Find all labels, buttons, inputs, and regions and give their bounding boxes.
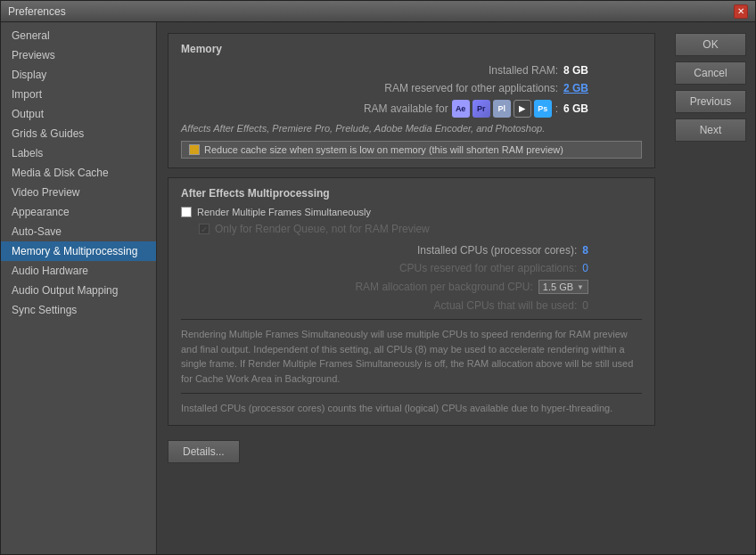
sidebar-item-previews[interactable]: Previews	[1, 45, 156, 65]
bottom-area: Details...	[168, 435, 655, 463]
available-ram-label: RAM available for	[364, 102, 448, 115]
reserved-ram-value[interactable]: 2 GB	[563, 82, 588, 94]
memory-panel-title: Memory	[181, 43, 642, 55]
sidebar-item-output[interactable]: Output	[1, 104, 156, 124]
info-text-2: Installed CPUs (processor cores) counts …	[181, 401, 642, 416]
actual-cpus-value: 0	[582, 299, 588, 312]
titlebar: Preferences ✕	[1, 1, 755, 22]
sidebar-item-audio-hardware[interactable]: Audio Hardware	[1, 261, 156, 281]
dropdown-arrow-icon: ▼	[577, 283, 584, 291]
reduce-cache-checkbox-row[interactable]: Reduce cache size when system is low on …	[181, 141, 642, 159]
installed-ram-row: Installed RAM: 8 GB	[181, 64, 642, 77]
sidebar-item-auto-save[interactable]: Auto-Save	[1, 222, 156, 241]
sidebar-item-media-disk-cache[interactable]: Media & Disk Cache	[1, 163, 156, 183]
cpus-reserved-value: 0	[582, 262, 588, 274]
ps-icon: Ps	[534, 100, 552, 118]
sidebar-item-audio-output-mapping[interactable]: Audio Output Mapping	[1, 281, 156, 300]
only-queue-checkbox[interactable]: ✓	[199, 224, 210, 234]
divider-1	[181, 319, 642, 320]
sidebar-item-labels[interactable]: Labels	[1, 143, 156, 163]
info-text-1: Rendering Multiple Frames Simultaneously…	[181, 327, 642, 386]
divider-2	[181, 393, 642, 394]
sidebar-item-memory-multiprocessing[interactable]: Memory & Multiprocessing	[1, 241, 156, 261]
only-queue-label: Only for Render Queue, not for RAM Previ…	[215, 223, 430, 235]
installed-ram-value: 8 GB	[563, 64, 588, 77]
render-multiple-checkbox[interactable]	[181, 207, 192, 217]
cpus-reserved-label: CPUs reserved for other applications:	[399, 262, 577, 274]
installed-cpus-row: Installed CPUs (processor cores): 8	[181, 244, 642, 257]
ok-button[interactable]: OK	[675, 33, 746, 56]
installed-cpus-label: Installed CPUs (processor cores):	[417, 244, 577, 257]
ram-allocation-select[interactable]: 1.5 GB ▼	[538, 280, 588, 294]
next-button[interactable]: Next	[675, 118, 746, 142]
pl-icon: Pl	[493, 100, 511, 118]
installed-ram-label: Installed RAM:	[489, 64, 558, 77]
sidebar-item-sync-settings[interactable]: Sync Settings	[1, 300, 156, 320]
details-button[interactable]: Details...	[168, 440, 240, 463]
reserved-ram-label: RAM reserved for other applications:	[384, 82, 558, 94]
sidebar-item-grids-guides[interactable]: Grids & Guides	[1, 124, 156, 143]
sidebar: GeneralPreviewsDisplayImportOutputGrids …	[1, 22, 157, 554]
render-multiple-label: Render Multiple Frames Simultaneously	[197, 207, 371, 217]
reduce-cache-checkbox[interactable]	[189, 144, 200, 155]
window-title: Preferences	[8, 5, 734, 18]
multiprocessing-panel: After Effects Multiprocessing Render Mul…	[168, 177, 655, 426]
sidebar-item-video-preview[interactable]: Video Preview	[1, 183, 156, 202]
sidebar-item-appearance[interactable]: Appearance	[1, 202, 156, 222]
affects-text: Affects After Effects, Premiere Pro, Pre…	[181, 123, 642, 134]
close-button[interactable]: ✕	[734, 4, 748, 19]
sidebar-item-general[interactable]: General	[1, 26, 156, 45]
available-ram-value: 6 GB	[563, 102, 588, 115]
sidebar-item-display[interactable]: Display	[1, 65, 156, 85]
multiprocessing-panel-title: After Effects Multiprocessing	[181, 187, 642, 200]
pr-icon: Pr	[472, 100, 490, 118]
ram-allocation-label: RAM allocation per background CPU:	[355, 281, 532, 293]
only-queue-row: ✓ Only for Render Queue, not for RAM Pre…	[181, 223, 642, 235]
main-content: GeneralPreviewsDisplayImportOutputGrids …	[1, 22, 755, 554]
buttons-panel: OK Cancel Previous Next	[666, 22, 755, 554]
cancel-button[interactable]: Cancel	[675, 61, 746, 85]
actual-cpus-row: Actual CPUs that will be used: 0	[181, 299, 642, 312]
ram-allocation-row: RAM allocation per background CPU: 1.5 G…	[181, 280, 642, 294]
center-panel: Memory Installed RAM: 8 GB RAM reserved …	[157, 22, 666, 554]
memory-panel: Memory Installed RAM: 8 GB RAM reserved …	[168, 33, 655, 168]
preferences-window: Preferences ✕ GeneralPreviewsDisplayImpo…	[0, 0, 756, 555]
cpus-reserved-row: CPUs reserved for other applications: 0	[181, 262, 642, 274]
ame-icon: ▶	[514, 100, 531, 118]
render-multiple-row: Render Multiple Frames Simultaneously	[181, 207, 642, 217]
available-colon: :	[555, 102, 558, 115]
previous-button[interactable]: Previous	[675, 90, 746, 113]
sidebar-item-import[interactable]: Import	[1, 85, 156, 104]
reserved-ram-row: RAM reserved for other applications: 2 G…	[181, 82, 642, 94]
ram-allocation-value: 1.5 GB	[543, 282, 573, 292]
ae-icon: Ae	[452, 100, 470, 118]
installed-cpus-value: 8	[582, 244, 588, 257]
reduce-cache-label: Reduce cache size when system is low on …	[204, 144, 563, 155]
available-ram-row: RAM available for Ae Pr Pl ▶ Ps : 6 GB	[181, 100, 642, 118]
actual-cpus-label: Actual CPUs that will be used:	[434, 299, 578, 312]
app-icons-group: Ae Pr Pl ▶ Ps	[452, 100, 552, 118]
